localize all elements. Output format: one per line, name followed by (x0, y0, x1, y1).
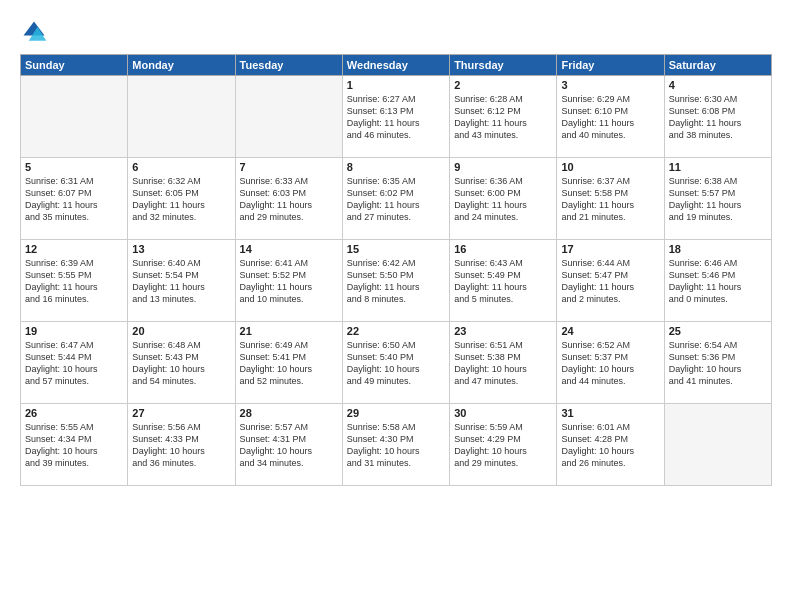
weekday-header-row: SundayMondayTuesdayWednesdayThursdayFrid… (21, 55, 772, 76)
calendar-cell: 21Sunrise: 6:49 AM Sunset: 5:41 PM Dayli… (235, 322, 342, 404)
cell-info: Sunrise: 6:49 AM Sunset: 5:41 PM Dayligh… (240, 339, 338, 388)
calendar-cell: 8Sunrise: 6:35 AM Sunset: 6:02 PM Daylig… (342, 158, 449, 240)
calendar-cell: 4Sunrise: 6:30 AM Sunset: 6:08 PM Daylig… (664, 76, 771, 158)
day-number: 14 (240, 243, 338, 255)
cell-info: Sunrise: 6:37 AM Sunset: 5:58 PM Dayligh… (561, 175, 659, 224)
cell-info: Sunrise: 6:31 AM Sunset: 6:07 PM Dayligh… (25, 175, 123, 224)
day-number: 22 (347, 325, 445, 337)
day-number: 29 (347, 407, 445, 419)
calendar-table: SundayMondayTuesdayWednesdayThursdayFrid… (20, 54, 772, 486)
day-number: 31 (561, 407, 659, 419)
weekday-header-saturday: Saturday (664, 55, 771, 76)
cell-info: Sunrise: 6:27 AM Sunset: 6:13 PM Dayligh… (347, 93, 445, 142)
calendar-cell: 17Sunrise: 6:44 AM Sunset: 5:47 PM Dayli… (557, 240, 664, 322)
calendar-cell: 6Sunrise: 6:32 AM Sunset: 6:05 PM Daylig… (128, 158, 235, 240)
calendar-cell: 28Sunrise: 5:57 AM Sunset: 4:31 PM Dayli… (235, 404, 342, 486)
week-row-0: 1Sunrise: 6:27 AM Sunset: 6:13 PM Daylig… (21, 76, 772, 158)
calendar-cell: 22Sunrise: 6:50 AM Sunset: 5:40 PM Dayli… (342, 322, 449, 404)
weekday-header-friday: Friday (557, 55, 664, 76)
calendar-cell: 25Sunrise: 6:54 AM Sunset: 5:36 PM Dayli… (664, 322, 771, 404)
cell-info: Sunrise: 6:48 AM Sunset: 5:43 PM Dayligh… (132, 339, 230, 388)
cell-info: Sunrise: 6:32 AM Sunset: 6:05 PM Dayligh… (132, 175, 230, 224)
weekday-header-thursday: Thursday (450, 55, 557, 76)
calendar-cell: 11Sunrise: 6:38 AM Sunset: 5:57 PM Dayli… (664, 158, 771, 240)
day-number: 23 (454, 325, 552, 337)
logo (20, 18, 52, 46)
day-number: 25 (669, 325, 767, 337)
cell-info: Sunrise: 6:42 AM Sunset: 5:50 PM Dayligh… (347, 257, 445, 306)
weekday-header-sunday: Sunday (21, 55, 128, 76)
cell-info: Sunrise: 6:52 AM Sunset: 5:37 PM Dayligh… (561, 339, 659, 388)
cell-info: Sunrise: 6:29 AM Sunset: 6:10 PM Dayligh… (561, 93, 659, 142)
cell-info: Sunrise: 6:35 AM Sunset: 6:02 PM Dayligh… (347, 175, 445, 224)
day-number: 3 (561, 79, 659, 91)
cell-info: Sunrise: 5:55 AM Sunset: 4:34 PM Dayligh… (25, 421, 123, 470)
day-number: 21 (240, 325, 338, 337)
cell-info: Sunrise: 6:36 AM Sunset: 6:00 PM Dayligh… (454, 175, 552, 224)
calendar-cell (128, 76, 235, 158)
calendar-cell: 13Sunrise: 6:40 AM Sunset: 5:54 PM Dayli… (128, 240, 235, 322)
day-number: 9 (454, 161, 552, 173)
calendar-cell: 30Sunrise: 5:59 AM Sunset: 4:29 PM Dayli… (450, 404, 557, 486)
day-number: 26 (25, 407, 123, 419)
page: SundayMondayTuesdayWednesdayThursdayFrid… (0, 0, 792, 612)
week-row-3: 19Sunrise: 6:47 AM Sunset: 5:44 PM Dayli… (21, 322, 772, 404)
day-number: 16 (454, 243, 552, 255)
calendar-cell: 3Sunrise: 6:29 AM Sunset: 6:10 PM Daylig… (557, 76, 664, 158)
calendar-cell: 26Sunrise: 5:55 AM Sunset: 4:34 PM Dayli… (21, 404, 128, 486)
cell-info: Sunrise: 6:54 AM Sunset: 5:36 PM Dayligh… (669, 339, 767, 388)
cell-info: Sunrise: 6:50 AM Sunset: 5:40 PM Dayligh… (347, 339, 445, 388)
day-number: 17 (561, 243, 659, 255)
cell-info: Sunrise: 6:30 AM Sunset: 6:08 PM Dayligh… (669, 93, 767, 142)
day-number: 11 (669, 161, 767, 173)
calendar-cell: 1Sunrise: 6:27 AM Sunset: 6:13 PM Daylig… (342, 76, 449, 158)
cell-info: Sunrise: 6:28 AM Sunset: 6:12 PM Dayligh… (454, 93, 552, 142)
day-number: 5 (25, 161, 123, 173)
day-number: 1 (347, 79, 445, 91)
calendar-cell: 9Sunrise: 6:36 AM Sunset: 6:00 PM Daylig… (450, 158, 557, 240)
calendar-cell: 14Sunrise: 6:41 AM Sunset: 5:52 PM Dayli… (235, 240, 342, 322)
cell-info: Sunrise: 5:58 AM Sunset: 4:30 PM Dayligh… (347, 421, 445, 470)
day-number: 19 (25, 325, 123, 337)
weekday-header-monday: Monday (128, 55, 235, 76)
day-number: 15 (347, 243, 445, 255)
header (20, 18, 772, 46)
day-number: 30 (454, 407, 552, 419)
calendar-cell: 31Sunrise: 6:01 AM Sunset: 4:28 PM Dayli… (557, 404, 664, 486)
day-number: 27 (132, 407, 230, 419)
week-row-2: 12Sunrise: 6:39 AM Sunset: 5:55 PM Dayli… (21, 240, 772, 322)
logo-icon (20, 18, 48, 46)
calendar-cell: 18Sunrise: 6:46 AM Sunset: 5:46 PM Dayli… (664, 240, 771, 322)
calendar-cell: 20Sunrise: 6:48 AM Sunset: 5:43 PM Dayli… (128, 322, 235, 404)
day-number: 6 (132, 161, 230, 173)
cell-info: Sunrise: 6:46 AM Sunset: 5:46 PM Dayligh… (669, 257, 767, 306)
cell-info: Sunrise: 6:40 AM Sunset: 5:54 PM Dayligh… (132, 257, 230, 306)
cell-info: Sunrise: 6:51 AM Sunset: 5:38 PM Dayligh… (454, 339, 552, 388)
day-number: 2 (454, 79, 552, 91)
day-number: 20 (132, 325, 230, 337)
day-number: 10 (561, 161, 659, 173)
day-number: 13 (132, 243, 230, 255)
calendar-cell: 15Sunrise: 6:42 AM Sunset: 5:50 PM Dayli… (342, 240, 449, 322)
day-number: 8 (347, 161, 445, 173)
cell-info: Sunrise: 6:39 AM Sunset: 5:55 PM Dayligh… (25, 257, 123, 306)
day-number: 12 (25, 243, 123, 255)
cell-info: Sunrise: 5:59 AM Sunset: 4:29 PM Dayligh… (454, 421, 552, 470)
calendar-cell (235, 76, 342, 158)
calendar-cell (664, 404, 771, 486)
weekday-header-wednesday: Wednesday (342, 55, 449, 76)
calendar-cell: 16Sunrise: 6:43 AM Sunset: 5:49 PM Dayli… (450, 240, 557, 322)
day-number: 4 (669, 79, 767, 91)
cell-info: Sunrise: 5:56 AM Sunset: 4:33 PM Dayligh… (132, 421, 230, 470)
day-number: 18 (669, 243, 767, 255)
cell-info: Sunrise: 6:43 AM Sunset: 5:49 PM Dayligh… (454, 257, 552, 306)
calendar-cell: 7Sunrise: 6:33 AM Sunset: 6:03 PM Daylig… (235, 158, 342, 240)
calendar-cell: 5Sunrise: 6:31 AM Sunset: 6:07 PM Daylig… (21, 158, 128, 240)
cell-info: Sunrise: 6:33 AM Sunset: 6:03 PM Dayligh… (240, 175, 338, 224)
weekday-header-tuesday: Tuesday (235, 55, 342, 76)
calendar-cell: 24Sunrise: 6:52 AM Sunset: 5:37 PM Dayli… (557, 322, 664, 404)
cell-info: Sunrise: 6:01 AM Sunset: 4:28 PM Dayligh… (561, 421, 659, 470)
calendar-cell: 29Sunrise: 5:58 AM Sunset: 4:30 PM Dayli… (342, 404, 449, 486)
cell-info: Sunrise: 5:57 AM Sunset: 4:31 PM Dayligh… (240, 421, 338, 470)
week-row-1: 5Sunrise: 6:31 AM Sunset: 6:07 PM Daylig… (21, 158, 772, 240)
